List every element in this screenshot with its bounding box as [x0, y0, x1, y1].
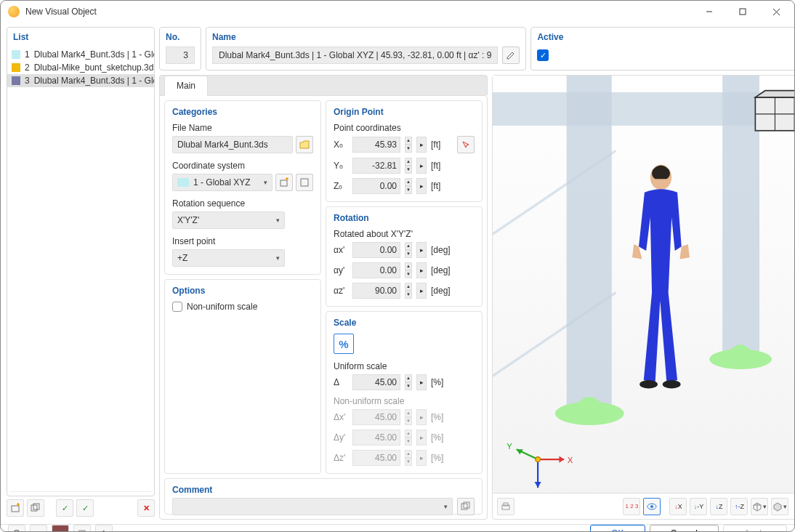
- list-item[interactable]: 1 Dlubal Mark4_Bunt.3ds | 1 - Glo: [7, 48, 154, 61]
- x-more-button[interactable]: ▸: [416, 137, 427, 153]
- vp-view-nz-button[interactable]: ↑-Z: [730, 498, 748, 515]
- list-item-label: Dlubal Mark4_Bunt.3ds | 1 - Glo: [34, 49, 154, 60]
- help-button[interactable]: [8, 525, 25, 532]
- ny-more-button: ▸: [416, 430, 427, 446]
- uscale-more-button[interactable]: ▸: [416, 374, 427, 390]
- az-more-button[interactable]: ▸: [416, 283, 427, 299]
- file-name-field[interactable]: Dlubal Mark4_Bunt.3ds: [172, 136, 293, 153]
- y-unit: [ft]: [431, 161, 440, 171]
- uscale-input[interactable]: 45.00: [352, 374, 400, 390]
- file-name-value: Dlubal Mark4_Bunt.3ds: [177, 140, 268, 150]
- insert-point-label: Insert point: [172, 236, 313, 246]
- titlebar: New Visual Object: [1, 1, 794, 23]
- edit-name-button[interactable]: [502, 47, 520, 64]
- nx-more-button: ▸: [416, 409, 427, 425]
- cs-new-button[interactable]: [275, 174, 293, 191]
- ay-input[interactable]: 0.00: [352, 262, 400, 278]
- chevron-down-icon: ▾: [264, 179, 267, 186]
- list-item[interactable]: 2 Dlubal-Mike_bunt_sketchup.3d: [7, 61, 154, 74]
- az-spinner[interactable]: ▲▼: [405, 283, 412, 299]
- x-spinner[interactable]: ▲▼: [405, 137, 412, 153]
- check-button-2[interactable]: ✓: [76, 499, 94, 517]
- check-button-1[interactable]: ✓: [56, 499, 73, 517]
- active-label: Active: [531, 28, 795, 44]
- axis-x-label: X: [568, 456, 573, 464]
- copy-item-button[interactable]: [27, 499, 44, 517]
- svg-rect-9: [461, 504, 467, 509]
- vp-iso2-button[interactable]: ▾: [771, 498, 788, 515]
- units-button[interactable]: 0,00: [30, 525, 47, 532]
- vp-print-button[interactable]: [497, 498, 514, 515]
- z-label: Z₀: [334, 181, 348, 191]
- comment-input[interactable]: ▾: [172, 498, 453, 515]
- az-input[interactable]: 90.00: [352, 283, 400, 299]
- ax-more-button[interactable]: ▸: [416, 242, 427, 258]
- y-input[interactable]: -32.81: [352, 158, 400, 174]
- color-swatch: [12, 76, 20, 85]
- active-checkbox[interactable]: ✓: [537, 49, 549, 61]
- rotation-about-label: Rotated about X'Y'Z': [334, 229, 475, 239]
- list-item-number: 3: [25, 76, 30, 86]
- axis-z-label: Z: [536, 492, 541, 493]
- minimize-button[interactable]: [693, 1, 726, 23]
- new-item-button[interactable]: [7, 499, 24, 517]
- list-item-label: Dlubal-Mike_bunt_sketchup.3d: [34, 63, 154, 73]
- x-input[interactable]: 45.93: [352, 137, 400, 153]
- percent-mode-button[interactable]: %: [334, 334, 354, 354]
- 3d-viewport[interactable]: X X Y Z: [493, 76, 795, 493]
- ay-more-button[interactable]: ▸: [416, 262, 427, 278]
- nz-spinner: ▲▼: [405, 450, 412, 466]
- z-input[interactable]: 0.00: [352, 178, 400, 194]
- ay-unit: [deg]: [431, 265, 451, 275]
- ax-spinner[interactable]: ▲▼: [405, 242, 412, 258]
- uscale-spinner[interactable]: ▲▼: [405, 374, 412, 390]
- cs-edit-button[interactable]: [296, 174, 313, 191]
- close-button[interactable]: [759, 1, 793, 23]
- vp-view-y-button[interactable]: ↓-Y: [690, 498, 707, 515]
- delete-item-button[interactable]: ✕: [137, 499, 155, 517]
- ny-sym: Δy': [334, 432, 348, 443]
- categories-title: Categories: [172, 107, 313, 117]
- svg-rect-6: [33, 504, 39, 509]
- browse-file-button[interactable]: [296, 136, 313, 153]
- list-title: List: [7, 28, 154, 47]
- ok-button[interactable]: OK: [590, 525, 645, 532]
- nx-spinner: ▲▼: [405, 409, 412, 425]
- color-button[interactable]: [52, 525, 69, 532]
- svg-point-19: [663, 380, 681, 388]
- tab-main[interactable]: Main: [164, 76, 208, 96]
- comment-library-button[interactable]: [457, 498, 475, 515]
- ay-spinner[interactable]: ▲▼: [405, 262, 412, 278]
- vp-numbers-button[interactable]: 1 2 3: [623, 498, 640, 515]
- svg-rect-7: [281, 180, 287, 186]
- ax-input[interactable]: 0.00: [352, 242, 400, 258]
- cancel-button[interactable]: Cancel: [650, 525, 719, 532]
- az-label: αz': [334, 286, 348, 296]
- no-input[interactable]: 3: [166, 47, 195, 64]
- list-item[interactable]: 3 Dlubal Mark4_Bunt.3ds | 1 - Glo: [7, 74, 154, 87]
- z-spinner[interactable]: ▲▼: [405, 178, 412, 194]
- vp-view-z-button[interactable]: ↓Z: [710, 498, 727, 515]
- z-more-button[interactable]: ▸: [416, 178, 427, 194]
- maximize-button[interactable]: [726, 1, 759, 23]
- list-item-number: 2: [25, 63, 30, 73]
- rotation-seq-select[interactable]: X'Y'Z'▾: [172, 211, 285, 229]
- y-spinner[interactable]: ▲▼: [405, 158, 412, 174]
- vp-iso-button[interactable]: ▾: [751, 498, 768, 515]
- extra-button-2[interactable]: fx: [95, 525, 113, 532]
- insert-point-select[interactable]: +Z▾: [172, 249, 285, 267]
- tab-header: Main: [159, 75, 488, 95]
- vp-display-button[interactable]: [643, 498, 661, 515]
- extra-button-1[interactable]: [73, 525, 91, 532]
- nonuniform-checkbox[interactable]: [172, 302, 182, 312]
- name-label: Name: [206, 28, 525, 44]
- vp-view-x-button[interactable]: ↓X: [669, 498, 687, 515]
- svg-rect-8: [301, 179, 308, 186]
- y-more-button[interactable]: ▸: [416, 158, 427, 174]
- axis-y-label: Y: [507, 442, 512, 451]
- no-label: No.: [160, 28, 201, 44]
- pick-point-button[interactable]: [457, 136, 475, 153]
- name-input[interactable]: Dlubal Mark4_Bunt.3ds | 1 - Global XYZ |…: [212, 47, 498, 64]
- options-title: Options: [172, 286, 313, 296]
- cs-select[interactable]: 1 - Global XYZ ▾: [172, 174, 273, 191]
